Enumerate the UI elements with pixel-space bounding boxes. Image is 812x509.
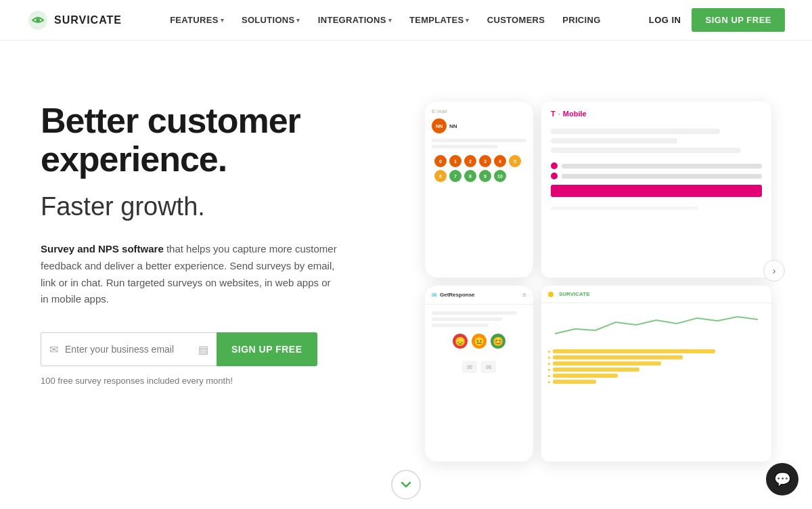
chevron-down-icon bbox=[401, 479, 411, 490]
phone-label: E-mail bbox=[432, 108, 526, 114]
tmobile-header: T · Mobile bbox=[541, 102, 771, 123]
sparkline-svg bbox=[548, 310, 765, 337]
bar-row-1 bbox=[548, 349, 765, 353]
email-input[interactable] bbox=[65, 344, 198, 355]
tmobile-survey-mockup: T · Mobile bbox=[541, 102, 771, 278]
nav-links: FEATURES ▾ SOLUTIONS ▾ INTEGRATIONS ▾ TE… bbox=[163, 11, 607, 29]
carousel-next-button[interactable]: › bbox=[763, 260, 785, 282]
phone-sender-name: NN bbox=[449, 123, 457, 129]
nav-actions: LOG IN SIGN UP FREE bbox=[649, 8, 785, 32]
mockup-grid: E-mail NN NN 0 1 2 3 4 bbox=[425, 102, 771, 462]
bar-row-6 bbox=[548, 380, 765, 384]
chevron-down-icon: ▾ bbox=[388, 17, 392, 24]
analytics-bars bbox=[541, 347, 771, 389]
logo-icon bbox=[27, 9, 49, 31]
analytics-header: SURVICATE bbox=[541, 286, 771, 303]
happy-face: 😊 bbox=[491, 334, 505, 349]
hero-subheadline: Faster growth. bbox=[41, 192, 338, 222]
nav-item-solutions[interactable]: SOLUTIONS ▾ bbox=[235, 11, 307, 29]
logo[interactable]: SURVICATE bbox=[27, 9, 122, 31]
hero-mockups: E-mail NN NN 0 1 2 3 4 bbox=[365, 81, 771, 460]
gr-menu-icon: ≡ bbox=[522, 291, 526, 298]
nps-scale: 0 1 2 3 4 5 6 7 8 9 10 bbox=[432, 155, 526, 182]
analytics-mockup: SURVICATE bbox=[541, 286, 771, 462]
gr-icon-1: ✉ bbox=[462, 361, 477, 373]
svg-point-1 bbox=[36, 18, 40, 22]
gr-bottom: ✉ ✉ bbox=[425, 355, 533, 378]
nav-item-features[interactable]: FEATURES ▾ bbox=[163, 11, 231, 29]
phone-nps-mockup: E-mail NN NN 0 1 2 3 4 bbox=[425, 102, 533, 278]
tmobile-submit-btn bbox=[551, 185, 762, 197]
chat-button[interactable]: 💬 bbox=[766, 463, 798, 495]
credit-card-icon: ▤ bbox=[198, 343, 208, 356]
scroll-down-button[interactable] bbox=[391, 470, 421, 500]
logo-text: SURVICATE bbox=[54, 14, 122, 26]
chevron-down-icon: ▾ bbox=[466, 17, 469, 24]
signup-button[interactable]: SIGN UP FREE bbox=[692, 8, 785, 32]
phone-email-row: NN NN bbox=[432, 118, 526, 133]
chevron-down-icon: ▾ bbox=[221, 17, 224, 24]
bar-row-5 bbox=[548, 374, 765, 378]
tmobile-option-2 bbox=[541, 173, 771, 179]
bar-row-2 bbox=[548, 355, 765, 359]
login-link[interactable]: LOG IN bbox=[649, 15, 681, 25]
gr-logo-text: GetResponse bbox=[440, 292, 475, 298]
chevron-down-icon: ▾ bbox=[296, 17, 300, 24]
getresponse-mockup: ✉ GetResponse ≡ 😞 😐 😊 bbox=[425, 286, 533, 462]
nav-item-templates[interactable]: TEMPLATES ▾ bbox=[403, 11, 476, 29]
gr-header: ✉ GetResponse ≡ bbox=[425, 286, 533, 305]
hero-content: Better customer experience. Faster growt… bbox=[41, 81, 338, 386]
sad-face: 😞 bbox=[453, 334, 468, 349]
hero-signup-button[interactable]: SIGN UP FREE bbox=[217, 332, 317, 366]
tmobile-option-1 bbox=[541, 162, 771, 169]
emoji-rating: 😞 😐 😊 bbox=[432, 334, 526, 349]
nav-item-integrations[interactable]: INTEGRATIONS ▾ bbox=[311, 11, 399, 29]
gr-logo-icon: ✉ bbox=[432, 292, 437, 298]
analytics-chart bbox=[541, 303, 771, 347]
nn-badge: NN bbox=[432, 118, 447, 133]
bar-row-3 bbox=[548, 361, 765, 366]
email-input-wrapper: ✉ ▤ bbox=[41, 332, 217, 366]
neutral-face: 😐 bbox=[472, 334, 487, 349]
nav-item-customers[interactable]: CUSTOMERS bbox=[480, 11, 552, 29]
email-icon: ✉ bbox=[49, 343, 58, 356]
hero-description: Survey and NPS software that helps you c… bbox=[41, 241, 338, 308]
gr-icon-2: ✉ bbox=[481, 361, 496, 373]
bar-row-4 bbox=[548, 368, 765, 372]
hero-section: Better customer experience. Faster growt… bbox=[0, 41, 812, 509]
tmobile-logo: T · Mobile bbox=[551, 110, 762, 118]
hero-note: 100 free survey responses included every… bbox=[41, 376, 338, 386]
hero-headline: Better customer experience. bbox=[41, 102, 338, 179]
gr-survey: 😞 😐 😊 bbox=[425, 305, 533, 355]
email-form: ✉ ▤ SIGN UP FREE bbox=[41, 332, 338, 366]
navbar: SURVICATE FEATURES ▾ SOLUTIONS ▾ INTEGRA… bbox=[0, 0, 812, 41]
analytics-logo-text: SURVICATE bbox=[559, 291, 590, 297]
chat-icon: 💬 bbox=[774, 471, 791, 487]
nav-item-pricing[interactable]: PRICING bbox=[556, 11, 607, 29]
